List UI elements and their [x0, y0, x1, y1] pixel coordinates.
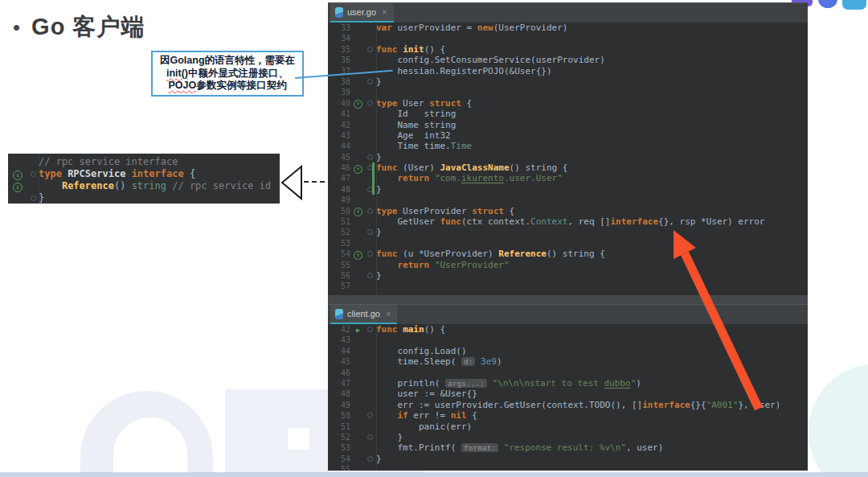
- run-icon: ▶: [352, 324, 364, 335]
- code-line: 55: [328, 464, 808, 471]
- code-line: ↓type RPCService interface {: [8, 168, 280, 180]
- line-number: 42: [328, 120, 352, 130]
- tab-user-go[interactable]: user.go ×: [330, 3, 394, 23]
- code-line: 49 err := userProvider.GetUser(context.T…: [328, 400, 808, 410]
- watermark-shape: [809, 364, 868, 477]
- code-text: func (u *UserProvider) Reference() strin…: [376, 249, 605, 259]
- line-number: 54: [328, 249, 352, 259]
- fold-marker: [364, 152, 376, 162]
- line-number: 55: [328, 260, 352, 270]
- fold-marker: [364, 270, 376, 281]
- tab-client-go[interactable]: client.go ×: [330, 305, 397, 324]
- line-number: 49: [328, 195, 352, 205]
- code-line: 50 if err != nil {: [328, 410, 808, 421]
- close-tab-icon[interactable]: ×: [382, 7, 387, 17]
- code-line: 47 println( args...: "\n\n\nstart to tes…: [328, 378, 808, 389]
- implemented-marker-icon: ↑: [352, 162, 364, 174]
- code-line: 43: [328, 335, 808, 345]
- fold-marker: [27, 168, 39, 180]
- code-line: // rpc service interface: [8, 156, 280, 168]
- code-text: var userProvider = new(UserProvider): [376, 23, 567, 33]
- code-line: }: [8, 192, 280, 204]
- code-line: 54↑func (u *UserProvider) Reference() st…: [328, 249, 808, 259]
- fold-marker: [364, 98, 376, 109]
- line-number: 46: [328, 162, 352, 173]
- code-text: Id string: [376, 109, 456, 119]
- fold-marker: [364, 206, 376, 216]
- line-number: 52: [328, 432, 352, 442]
- line-number: 33: [328, 23, 352, 33]
- vcs-change-bar: [372, 162, 375, 195]
- line-number: 55: [328, 464, 352, 471]
- code-text: Time time.Time: [376, 141, 472, 151]
- code-text: }: [39, 192, 44, 204]
- fold-marker: [364, 249, 376, 259]
- close-tab-icon[interactable]: ×: [386, 309, 391, 319]
- line-number: 44: [328, 346, 352, 356]
- horizontal-scrollbar[interactable]: [328, 295, 808, 304]
- code-text: return "com.ikurento.user.User": [376, 173, 563, 183]
- line-number: 43: [328, 130, 352, 141]
- callout-text-line: init()中额外显式注册接口、: [154, 68, 301, 80]
- user-editor-code[interactable]: 33var userProvider = new(UserProvider)34…: [328, 23, 808, 304]
- tab-bar: client.go ×: [328, 305, 808, 324]
- fold-marker: [364, 227, 376, 237]
- code-text: }: [376, 432, 403, 442]
- triangle-pointer-icon: [280, 164, 304, 201]
- tab-label: client.go: [347, 309, 380, 319]
- line-number: 48: [328, 184, 352, 195]
- page-title-text: Go 客户端: [31, 11, 145, 43]
- code-line: 48 user := &User{}: [328, 389, 808, 399]
- line-number: 47: [328, 378, 352, 389]
- code-text: config.Load(): [376, 346, 467, 356]
- code-line: 53: [328, 238, 808, 249]
- line-number: 43: [328, 335, 352, 345]
- watermark-shape: [288, 428, 309, 450]
- bullet-icon: •: [13, 15, 20, 39]
- client-editor-code[interactable]: 42▶func main() {4344 config.Load()45 tim…: [328, 324, 808, 471]
- go-file-icon: [335, 309, 343, 319]
- code-line: 55 return "UserProvider": [328, 260, 808, 270]
- line-number: 34: [328, 33, 352, 43]
- line-number: 46: [328, 368, 352, 378]
- line-number: 51: [328, 421, 352, 432]
- code-text: hessian.RegisterPOJO(&User{}): [376, 66, 552, 76]
- line-number: 49: [328, 400, 352, 410]
- code-line: 42▶func main() {: [328, 324, 808, 335]
- logo-shape-blue-rect: [842, 0, 866, 10]
- code-line: 46↑func (User) JavaClassName() string {: [328, 162, 808, 173]
- line-number: 40: [328, 98, 352, 109]
- code-line: ↓ Reference() string // rpc service id: [8, 180, 280, 192]
- code-text: config.SetConsumerService(userProvider): [376, 55, 605, 65]
- code-text: time.Sleep( d: 3e9): [376, 356, 502, 367]
- gutter-divider: [376, 23, 377, 304]
- code-text: GetUser func(ctx context.Context, req []…: [376, 216, 764, 227]
- code-line: 52}: [328, 227, 808, 237]
- code-text: if err != nil {: [376, 410, 477, 421]
- code-text: // rpc service interface: [39, 156, 178, 168]
- implemented-marker-icon: ↑: [352, 249, 364, 260]
- code-text: println( args...: "\n\n\nstart to test d…: [376, 378, 641, 389]
- code-line: 50↑type UserProvider struct {: [328, 206, 808, 216]
- line-number: 56: [328, 270, 352, 281]
- go-file-icon: [335, 7, 343, 18]
- rpc-interface-snippet: // rpc service interface↓type RPCService…: [8, 154, 280, 204]
- code-text: Reference() string // rpc service id: [39, 180, 271, 192]
- tab-bar: user.go ×: [328, 3, 808, 23]
- fold-marker: [27, 192, 39, 204]
- code-text: err := userProvider.GetUser(context.TODO…: [376, 400, 780, 410]
- line-number: 45: [328, 152, 352, 162]
- line-number: 57: [328, 281, 352, 291]
- code-line: 49: [328, 195, 808, 205]
- code-text: type UserProvider struct {: [376, 206, 514, 216]
- code-line: 51 panic(err): [328, 421, 808, 432]
- code-line: 41 Id string: [328, 109, 808, 119]
- dashed-connector-line: [304, 181, 333, 183]
- callout-text-line: POJO参数实例等接口契约: [154, 80, 301, 93]
- line-number: 45: [328, 356, 352, 367]
- gutter-divider: [39, 154, 39, 204]
- code-line: 47 return "com.ikurento.user.User": [328, 173, 808, 183]
- line-number: 36: [328, 55, 352, 65]
- line-number: 41: [328, 109, 352, 119]
- line-number: 50: [328, 410, 352, 421]
